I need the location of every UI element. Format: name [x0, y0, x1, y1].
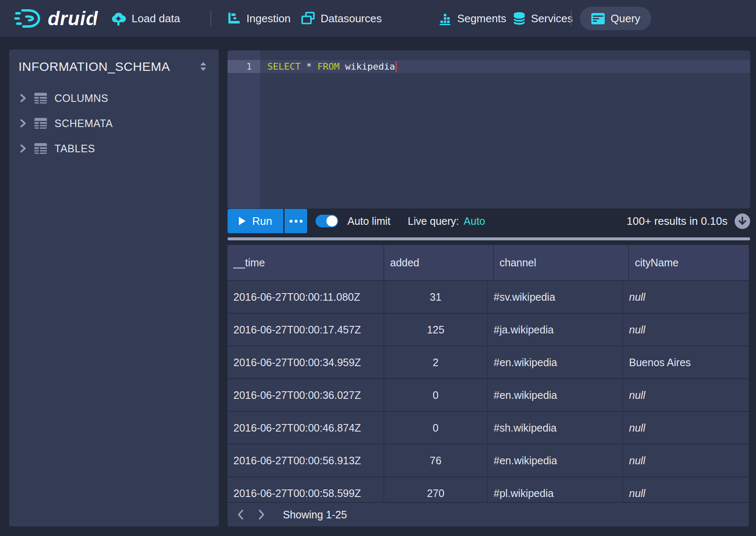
- active-line-gutter: [228, 60, 260, 73]
- brand-name: druid: [48, 7, 98, 30]
- sql-keyword: FROM: [317, 61, 339, 72]
- table-cell[interactable]: 2016-06-27T00:00:36.027Z: [228, 379, 384, 411]
- table-cell[interactable]: null: [623, 314, 749, 346]
- nav-divider: [210, 10, 211, 26]
- table-cell[interactable]: 0: [384, 412, 488, 444]
- more-icon: [300, 220, 303, 223]
- more-icon: [295, 220, 298, 223]
- results-summary-text: 100+ results in 0.10s: [627, 215, 728, 228]
- nav-item-services[interactable]: Services: [513, 0, 573, 37]
- chevron-right-icon: [19, 94, 27, 102]
- console-icon: [591, 13, 605, 25]
- run-button-label: Run: [252, 215, 272, 228]
- chevron-left-icon: [237, 509, 244, 520]
- sql-text: wikipedia: [339, 61, 395, 72]
- table-icon: [34, 92, 47, 104]
- sidebar-header: INFORMATION_SCHEMA: [18, 60, 208, 74]
- nav-item-load-data[interactable]: Load data: [111, 0, 180, 37]
- column-header[interactable]: channel: [494, 245, 629, 280]
- nav-item-label: Datasources: [321, 12, 382, 25]
- druid-logo-icon: [14, 7, 41, 30]
- bar-chart-icon: [438, 12, 452, 25]
- schema-sidebar: INFORMATION_SCHEMA: [9, 49, 219, 526]
- gantt-chart-icon: [228, 12, 241, 25]
- table-cell[interactable]: Buenos Aires: [623, 346, 749, 378]
- sort-button[interactable]: [199, 61, 208, 72]
- more-icon: [290, 220, 293, 223]
- table-cell[interactable]: #en.wikipedia: [488, 346, 623, 378]
- table-cell[interactable]: 2: [384, 346, 488, 378]
- nav-item-query[interactable]: Query: [580, 7, 651, 30]
- table-row: 2016-06-27T00:00:34.959Z2#en.wikipediaBu…: [228, 346, 749, 379]
- run-button[interactable]: Run: [228, 209, 283, 233]
- nav-divider: [93, 10, 94, 26]
- column-header[interactable]: cityName: [629, 245, 749, 280]
- table-cell[interactable]: 31: [384, 281, 488, 313]
- sql-code-line[interactable]: SELECT * FROM wikipedia: [267, 60, 397, 73]
- table-row: 2016-06-27T00:00:46.874Z0#sh.wikipedianu…: [228, 412, 749, 445]
- table-cell[interactable]: 125: [384, 314, 488, 346]
- results-header-row: __time added channel cityName comment: [228, 245, 749, 281]
- nav-item-datasources[interactable]: Datasources: [301, 0, 382, 37]
- table-cell[interactable]: 2016-06-27T00:00:17.457Z: [228, 314, 384, 346]
- sidebar-item-label: COLUMNS: [54, 92, 109, 104]
- next-page-button[interactable]: [258, 509, 265, 520]
- nav-item-label: Services: [531, 12, 573, 25]
- table-cell[interactable]: null: [623, 412, 749, 444]
- live-query-value[interactable]: Auto: [463, 215, 485, 227]
- table-cell[interactable]: 2016-06-27T00:00:34.959Z: [228, 346, 384, 378]
- nav-item-label: Segments: [457, 12, 506, 25]
- run-more-button[interactable]: [285, 209, 307, 233]
- nav-item-segments[interactable]: Segments: [438, 0, 506, 37]
- column-header[interactable]: __time: [228, 245, 384, 280]
- table-row: 2016-06-27T00:00:17.457Z125#ja.wikipedia…: [228, 314, 749, 346]
- table-cell[interactable]: null: [623, 379, 749, 411]
- table-cell[interactable]: 0: [384, 379, 488, 411]
- table-row: 2016-06-27T00:00:56.913Z76#en.wikipedian…: [228, 445, 749, 477]
- table-icon: [34, 143, 47, 154]
- table-cell[interactable]: #sh.wikipedia: [488, 412, 623, 444]
- table-cell[interactable]: 2016-06-27T00:00:56.913Z: [228, 445, 384, 476]
- table-cell[interactable]: #en.wikipedia: [488, 379, 623, 411]
- download-button[interactable]: [735, 213, 750, 229]
- schema-title: INFORMATION_SCHEMA: [18, 60, 170, 74]
- live-query-label: Live query:: [408, 215, 459, 227]
- double-caret-icon: [199, 61, 208, 72]
- table-cell[interactable]: null: [623, 445, 749, 476]
- line-number: 1: [246, 60, 252, 73]
- sidebar-item-tables[interactable]: TABLES: [9, 136, 219, 161]
- sidebar-item-columns[interactable]: COLUMNS: [9, 86, 219, 111]
- table-cell[interactable]: null: [623, 281, 749, 313]
- table-cell[interactable]: 76: [384, 445, 488, 476]
- chevron-right-icon: [19, 144, 27, 153]
- auto-limit-switch[interactable]: Auto limit: [316, 208, 391, 234]
- sidebar-item-label: SCHEMATA: [54, 117, 113, 130]
- nav-item-label: Query: [611, 12, 640, 25]
- brand[interactable]: druid: [14, 0, 98, 37]
- table-cell[interactable]: #ja.wikipedia: [488, 314, 623, 346]
- cloud-upload-icon: [111, 11, 126, 26]
- table-cell[interactable]: 2016-06-27T00:00:46.874Z: [228, 412, 384, 444]
- schema-tree: COLUMNS SCHEMATA: [9, 86, 219, 161]
- nav-item-ingestion[interactable]: Ingestion: [228, 0, 291, 37]
- results-table: __time added channel cityName comment 20…: [228, 245, 749, 526]
- nav-item-label: Load data: [132, 12, 180, 25]
- table-cell[interactable]: #sv.wikipedia: [488, 281, 623, 313]
- sidebar-item-schemata[interactable]: SCHEMATA: [9, 111, 219, 136]
- table-cell[interactable]: 2016-06-27T00:00:11.080Z: [228, 281, 384, 313]
- results-footer: Showing 1-25: [228, 502, 749, 526]
- sql-keyword: SELECT: [267, 61, 300, 72]
- sidebar-item-label: TABLES: [54, 143, 95, 155]
- sql-editor[interactable]: 1 SELECT * FROM wikipedia: [228, 50, 750, 208]
- chevron-right-icon: [19, 119, 27, 127]
- column-header[interactable]: added: [384, 245, 494, 280]
- table-cell[interactable]: #en.wikipedia: [488, 445, 623, 476]
- editor-gutter: 1: [228, 50, 260, 208]
- toggle-on-icon: [316, 215, 338, 227]
- horizontal-scrollbar[interactable]: [228, 237, 750, 240]
- run-bar: Run Auto limit Live query: Auto 100+ res…: [228, 208, 750, 234]
- download-icon: [735, 213, 750, 229]
- prev-page-button[interactable]: [237, 509, 244, 520]
- nav-divider: [571, 10, 572, 26]
- auto-limit-label: Auto limit: [347, 215, 391, 227]
